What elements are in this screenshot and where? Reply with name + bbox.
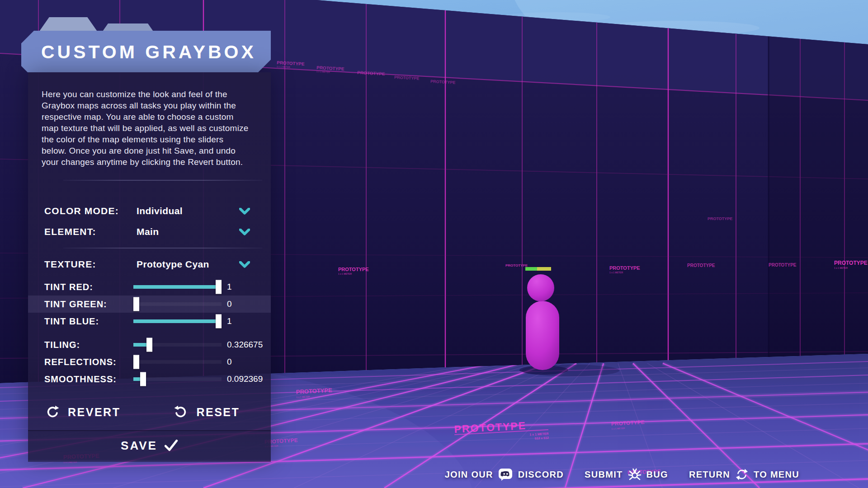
element-select[interactable]: Main — [137, 221, 263, 242]
slider-fill — [133, 343, 147, 347]
color-mode-label: COLOR MODE: — [44, 206, 137, 216]
element-value: Main — [137, 226, 159, 237]
submit-bug-link[interactable]: SUBMIT BUG — [585, 468, 668, 481]
bug-icon — [628, 468, 642, 481]
tiling-label: TILING: — [44, 340, 80, 350]
svg-text:PROTOTYPE: PROTOTYPE — [338, 267, 369, 272]
page-title: CUSTOM GRAYBOX — [21, 31, 271, 73]
slider-fill — [133, 377, 141, 381]
color-mode-row: COLOR MODE: Individual — [28, 201, 271, 221]
dummy-head — [527, 274, 554, 301]
save-row: SAVE — [28, 430, 271, 460]
panel-body: Here you can customize the look and feel… — [28, 72, 271, 462]
svg-text:PROTOTYPE: PROTOTYPE — [834, 260, 868, 266]
tint-green-label: TINT GREEN: — [44, 299, 107, 310]
svg-text:1 x 1 METER: 1 x 1 METER — [338, 272, 352, 275]
join-our-label: JOIN OUR — [445, 469, 493, 480]
save-button-label: SAVE — [121, 439, 157, 453]
tiling-slider[interactable] — [133, 343, 222, 347]
reflections-slider-row: REFLECTIONS: 0 — [28, 353, 271, 371]
return-label: RETURN — [689, 469, 730, 480]
svg-text:PROTOTYPE: PROTOTYPE — [769, 263, 797, 267]
panel-header: CUSTOM GRAYBOX — [21, 31, 271, 72]
slider-thumb[interactable] — [140, 372, 146, 386]
prototype-stamp: PROTOTYPE — [687, 263, 715, 268]
svg-text:PROTOTYPE: PROTOTYPE — [687, 263, 715, 268]
prototype-stamp: PROTOTYPE — [769, 263, 797, 267]
element-label: ELEMENT: — [44, 226, 137, 237]
reflections-slider[interactable] — [133, 360, 222, 364]
action-row: REVERT RESET — [28, 399, 271, 425]
tiling-value: 0.326675 — [227, 340, 263, 350]
tint-green-value: 0 — [227, 299, 232, 309]
texture-row: TEXTURE: Prototype Cyan — [28, 254, 271, 275]
tint-red-label: TINT RED: — [44, 282, 93, 292]
svg-text:PROTOTYPE: PROTOTYPE — [708, 216, 732, 221]
prototype-stamp: PROTOTYPE — [505, 263, 528, 267]
return-to-menu-link[interactable]: RETURN TO MENU — [689, 468, 799, 481]
tiling-slider-row: TILING: 0.326675 — [28, 336, 271, 353]
slider-thumb[interactable] — [146, 338, 152, 352]
submit-label: SUBMIT — [585, 469, 623, 480]
chevron-down-icon[interactable] — [239, 208, 250, 215]
save-button[interactable]: SAVE — [121, 439, 178, 453]
dummy-body — [526, 301, 559, 370]
tint-blue-slider[interactable] — [133, 319, 222, 323]
slider-group: TINT RED: 1 TINT GREEN: 0 TI — [28, 278, 271, 388]
smoothness-value: 0.092369 — [227, 374, 263, 384]
texture-value: Prototype Cyan — [137, 259, 209, 270]
smoothness-label: SMOOTHNESS: — [44, 374, 117, 385]
panel-tab-decoration — [38, 17, 98, 33]
game-screen: PROTOTYPE1 x 1 METER PROTOTYPE1 x 1 METE… — [0, 0, 868, 488]
revert-button[interactable]: REVERT — [45, 405, 120, 419]
divider — [63, 248, 262, 249]
element-row: ELEMENT: Main — [28, 221, 271, 242]
reset-button[interactable]: RESET — [174, 405, 240, 419]
slider-fill — [133, 319, 222, 323]
custom-graybox-panel: CUSTOM GRAYBOX Here you can customize th… — [21, 17, 271, 462]
svg-text:1 x 1 METER: 1 x 1 METER — [609, 271, 623, 274]
footer-bar: JOIN OUR DISCORD SUBMIT — [445, 466, 799, 483]
smoothness-slider[interactable] — [133, 377, 222, 381]
health-bar-green — [525, 267, 537, 271]
tint-red-slider[interactable] — [133, 285, 222, 289]
color-mode-value: Individual — [137, 206, 183, 216]
svg-text:PROTOTYPE: PROTOTYPE — [505, 263, 528, 267]
chevron-down-icon[interactable] — [239, 261, 250, 268]
tint-blue-slider-row: TINT BLUE: 1 — [28, 313, 271, 330]
tint-red-slider-row: TINT RED: 1 — [28, 278, 271, 296]
panel-description: Here you can customize the look and feel… — [42, 89, 250, 168]
texture-select[interactable]: Prototype Cyan — [137, 254, 263, 275]
revert-icon — [45, 405, 60, 419]
divider — [63, 180, 262, 181]
revert-button-label: REVERT — [68, 406, 120, 419]
health-bar — [525, 267, 552, 271]
smoothness-slider-row: SMOOTHNESS: 0.092369 — [28, 371, 271, 388]
slider-fill — [133, 285, 222, 289]
slider-thumb[interactable] — [216, 280, 222, 294]
color-mode-select[interactable]: Individual — [137, 201, 263, 221]
prototype-stamp: PROTOTYPE — [708, 216, 732, 221]
discord-label: DISCORD — [518, 469, 564, 480]
tint-green-slider-row: TINT GREEN: 0 — [28, 296, 271, 313]
reflections-value: 0 — [227, 357, 232, 367]
slider-thumb[interactable] — [216, 314, 222, 328]
health-bar-yellow — [537, 267, 551, 271]
tint-blue-label: TINT BLUE: — [44, 316, 99, 327]
tint-red-value: 1 — [227, 282, 232, 292]
texture-label: TEXTURE: — [44, 259, 137, 270]
chevron-down-icon[interactable] — [239, 229, 250, 235]
to-menu-label: TO MENU — [754, 469, 799, 480]
discord-icon — [498, 468, 513, 481]
bug-label: BUG — [646, 469, 668, 480]
join-discord-link[interactable]: JOIN OUR DISCORD — [445, 468, 564, 481]
slider-thumb[interactable] — [133, 297, 139, 311]
svg-text:1 x 1 METER: 1 x 1 METER — [834, 267, 848, 269]
tint-green-slider[interactable] — [133, 302, 222, 306]
refresh-icon — [735, 468, 749, 481]
slider-thumb[interactable] — [133, 355, 139, 369]
tint-blue-value: 1 — [227, 316, 232, 326]
reset-icon — [174, 405, 188, 419]
checkmark-icon — [165, 439, 178, 452]
svg-text:PROTOTYPE: PROTOTYPE — [609, 265, 640, 271]
